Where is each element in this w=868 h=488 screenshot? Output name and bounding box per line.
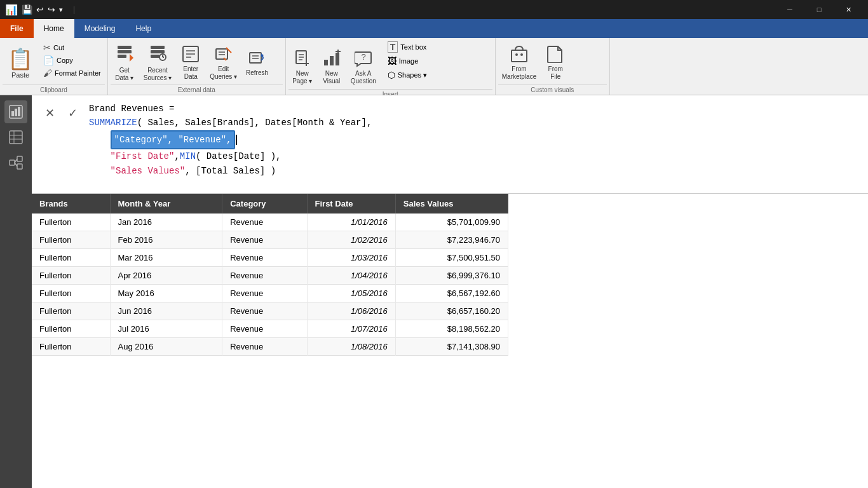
minimize-button[interactable]: ─ — [775, 0, 804, 19]
external-data-label: External data — [111, 85, 283, 95]
formula-editor[interactable]: Brand Revenues = SUMMARIZE( Sales, Sales… — [89, 102, 859, 178]
formula-cancel-button[interactable]: ✕ — [41, 104, 58, 122]
cell-category: Revenue — [222, 338, 307, 356]
customize-icon[interactable]: ▾ — [59, 6, 63, 14]
cell-date: 1/04/2016 — [307, 267, 395, 285]
svg-point-37 — [520, 53, 523, 56]
recent-sources-label: RecentSources ▾ — [144, 67, 172, 82]
cell-category: Revenue — [222, 320, 307, 338]
svg-rect-47 — [17, 156, 22, 161]
tab-home[interactable]: Home — [34, 19, 74, 38]
cell-sales: $7,141,308.90 — [395, 338, 508, 356]
from-file-button[interactable]: FromFile — [541, 44, 569, 82]
separator-line: | — [73, 5, 75, 14]
redo-icon[interactable]: ↪ — [48, 4, 55, 15]
new-visual-button[interactable]: NewVisual — [318, 48, 346, 86]
table-row: Fullerton May 2016 Revenue 1/05/2016 $6,… — [32, 285, 508, 302]
table-row: Fullerton Apr 2016 Revenue 1/04/2016 $6,… — [32, 267, 508, 285]
refresh-button[interactable]: Refresh — [242, 44, 272, 82]
cell-brand: Fullerton — [32, 320, 110, 338]
format-painter-label: Format Painter — [55, 69, 101, 77]
sidebar-item-model[interactable] — [4, 151, 27, 174]
recent-sources-button[interactable]: RecentSources ▾ — [140, 44, 175, 82]
sidebar-item-data[interactable] — [4, 126, 27, 149]
cell-category: Revenue — [222, 302, 307, 320]
new-visual-label: NewVisual — [323, 70, 340, 85]
close-button[interactable]: ✕ — [834, 0, 863, 19]
image-button[interactable]: 🖼 Image — [384, 55, 431, 67]
svg-rect-41 — [18, 107, 20, 116]
cell-month: Apr 2016 — [110, 267, 222, 285]
cut-icon: ✂ — [43, 43, 51, 53]
cell-category: Revenue — [222, 285, 307, 302]
svg-rect-31 — [336, 53, 339, 65]
formula-indent — [89, 133, 111, 147]
tab-help[interactable]: Help — [125, 19, 161, 38]
shapes-button[interactable]: ⬡ Shapes ▾ — [384, 69, 431, 81]
svg-rect-30 — [330, 56, 334, 65]
formula-text-4c: ( Dates[Date] ), — [196, 149, 281, 163]
clipboard-group-label: Clipboard — [3, 85, 105, 95]
cell-month: Aug 2016 — [110, 338, 222, 356]
cell-category: Revenue — [222, 214, 307, 231]
new-page-label: NewPage ▾ — [292, 70, 312, 85]
refresh-label: Refresh — [246, 69, 268, 77]
svg-rect-35 — [512, 50, 527, 62]
refresh-icon — [248, 49, 266, 69]
cell-category: Revenue — [222, 249, 307, 267]
cell-date: 1/08/2016 — [307, 338, 395, 356]
cell-sales: $5,701,009.90 — [395, 214, 508, 231]
tab-modeling[interactable]: Modeling — [74, 19, 126, 38]
cell-brand: Fullerton — [32, 214, 110, 231]
formula-confirm-button[interactable]: ✓ — [64, 104, 81, 122]
insert-group: NewPage ▾ NewVisual ? Ask AQuestion T Te… — [286, 38, 496, 95]
app-icon: 📊 — [5, 4, 18, 16]
edit-queries-label: EditQueries ▾ — [210, 65, 237, 81]
custom-visuals-buttons: FromMarketplace FromFile — [498, 41, 607, 85]
text-box-button[interactable]: T Text box — [384, 41, 431, 53]
custom-visuals-group: FromMarketplace FromFile Custom visuals — [496, 38, 610, 95]
formula-line-4: "First Date", MIN( Dates[Date] ), — [89, 149, 859, 163]
formula-text-2: ( Sales, Sales[Brands], Dates[Month & Ye… — [137, 116, 372, 130]
main-content: ✕ ✓ Brand Revenues = SUMMARIZE( Sales, S… — [32, 95, 868, 488]
undo-icon[interactable]: ↩ — [36, 4, 44, 15]
edit-queries-button[interactable]: EditQueries ▾ — [206, 44, 241, 82]
table-row: Fullerton Jul 2016 Revenue 1/07/2016 $8,… — [32, 320, 508, 338]
new-visual-icon — [323, 50, 341, 69]
format-painter-button[interactable]: 🖌 Format Painter — [39, 67, 105, 79]
cell-sales: $6,567,192.60 — [395, 285, 508, 302]
cell-sales: $8,198,562.20 — [395, 320, 508, 338]
cell-date: 1/06/2016 — [307, 302, 395, 320]
enter-data-button[interactable]: EnterData — [177, 44, 205, 82]
formula-controls: ✕ ✓ — [41, 104, 81, 122]
cell-date: 1/02/2016 — [307, 231, 395, 249]
enter-data-icon — [182, 45, 200, 65]
get-data-button[interactable]: GetData ▾ — [111, 44, 139, 82]
cell-sales: $7,500,951.50 — [395, 249, 508, 267]
paste-label: Paste — [11, 71, 29, 79]
formula-bar: ✕ ✓ Brand Revenues = SUMMARIZE( Sales, S… — [32, 95, 868, 194]
sidebar-item-report[interactable] — [4, 100, 27, 123]
table-row: Fullerton Aug 2016 Revenue 1/08/2016 $7,… — [32, 338, 508, 356]
formula-highlighted-text: "Category", "Revenue", — [111, 130, 236, 149]
formula-text-4a — [89, 149, 111, 163]
shapes-label: Shapes ▾ — [398, 71, 427, 79]
cell-month: Jul 2016 — [110, 320, 222, 338]
save-icon[interactable]: 💾 — [22, 4, 32, 15]
paste-button[interactable]: 📋 Paste — [3, 41, 38, 85]
svg-rect-14 — [216, 49, 227, 59]
cell-month: Jan 2016 — [110, 214, 222, 231]
tab-file[interactable]: File — [0, 19, 34, 38]
formula-text-1: Brand Revenues = — [89, 102, 174, 116]
image-label: Image — [399, 57, 419, 65]
cut-button[interactable]: ✂ Cut — [39, 42, 105, 53]
external-data-group: GetData ▾ RecentSources ▾ EnterData Edit… — [108, 38, 286, 95]
maximize-button[interactable]: □ — [804, 0, 834, 19]
copy-button[interactable]: 📄 Copy — [39, 55, 105, 66]
from-marketplace-button[interactable]: FromMarketplace — [498, 44, 540, 82]
ask-question-button[interactable]: ? Ask AQuestion — [347, 48, 380, 86]
new-page-button[interactable]: NewPage ▾ — [288, 48, 316, 86]
insert-buttons: NewPage ▾ NewVisual ? Ask AQuestion T Te… — [288, 41, 492, 89]
table-row: Fullerton Jan 2016 Revenue 1/01/2016 $5,… — [32, 214, 508, 231]
cell-month: Mar 2016 — [110, 249, 222, 267]
